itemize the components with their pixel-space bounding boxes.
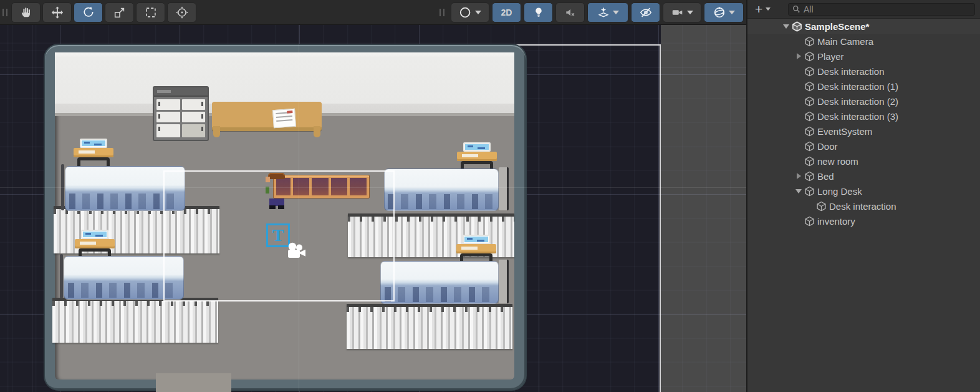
shading-mode-icon (459, 6, 473, 19)
wooden-bench-sprite[interactable] (212, 102, 322, 131)
expand-arrow[interactable] (794, 172, 803, 180)
gameobject-label: Desk interaction (817, 66, 885, 77)
create-button[interactable]: + (755, 2, 762, 16)
expand-arrow[interactable] (794, 52, 803, 61)
effects-button[interactable] (587, 2, 628, 22)
chevron-down-icon (613, 11, 619, 14)
scene-header-row[interactable]: SampleScene* (747, 19, 980, 34)
hierarchy-item[interactable]: Desk interaction (747, 64, 980, 79)
camera-gizmo-icon[interactable] (286, 242, 308, 263)
hierarchy-search-field[interactable]: All (788, 3, 975, 16)
scene-name-label: SampleScene* (805, 21, 869, 32)
gameobject-label: Desk interaction (829, 201, 896, 212)
gameobject-icon (804, 51, 815, 62)
gameobject-icon (804, 111, 815, 122)
search-placeholder: All (804, 4, 814, 14)
shading-mode-button[interactable] (451, 2, 489, 22)
search-icon (792, 4, 800, 15)
gameobject-icon (804, 96, 815, 107)
gameobject-label: Player (817, 51, 844, 62)
move-tool-button[interactable] (42, 2, 72, 22)
2d-toggle-button[interactable]: 2D (492, 2, 521, 22)
create-dropdown-caret[interactable] (766, 7, 771, 11)
camera-view-button[interactable] (663, 2, 701, 22)
curtain-sprite[interactable] (347, 304, 512, 349)
scene-toolbar: 2D (0, 0, 746, 25)
expand-arrow[interactable] (794, 37, 803, 46)
eye-slash-icon (639, 6, 653, 19)
gameobject-icon (804, 126, 815, 137)
expand-arrow[interactable] (806, 202, 815, 210)
2d-label: 2D (501, 7, 512, 17)
hierarchy-item[interactable]: Long Desk (747, 184, 980, 198)
scene-expand-arrow[interactable] (782, 22, 790, 31)
hierarchy-item[interactable]: inventory (747, 213, 980, 228)
gameobject-icon (804, 171, 815, 182)
hierarchy-item[interactable]: new room (747, 154, 980, 169)
gizmos-button[interactable] (704, 2, 744, 22)
hierarchy-tree: SampleScene* Main Camera Player Desk int… (747, 19, 980, 392)
expand-arrow[interactable] (794, 97, 803, 105)
gameobject-icon (804, 81, 815, 92)
hierarchy-item[interactable]: Desk interaction (2) (747, 94, 980, 109)
scale-tool-button[interactable] (105, 2, 134, 22)
gameobject-list: Main Camera Player Desk interaction Desk… (747, 34, 980, 228)
transform-tool-button[interactable] (167, 2, 196, 22)
gameobject-icon (804, 141, 815, 152)
transform-icon (175, 6, 189, 19)
bed-sprite[interactable] (384, 169, 499, 211)
expand-arrow[interactable] (794, 67, 803, 76)
hierarchy-toolbar: + All (747, 0, 980, 19)
expand-arrow[interactable] (794, 157, 803, 165)
hierarchy-panel: + All SampleScene* Main Camera Player (746, 0, 980, 392)
gameobject-icon (804, 186, 815, 197)
hierarchy-item[interactable]: Bed (747, 169, 980, 184)
expand-arrow[interactable] (794, 187, 803, 195)
hidden-objects-button[interactable] (631, 2, 660, 22)
hierarchy-item[interactable]: Player (747, 49, 980, 64)
hierarchy-item[interactable]: Desk interaction (3) (747, 109, 980, 124)
gameobject-label: Door (817, 141, 838, 152)
chevron-down-icon (475, 11, 481, 14)
rect-tool-button[interactable] (136, 2, 165, 22)
scene-viewport[interactable]: T (0, 25, 746, 392)
expand-arrow[interactable] (794, 142, 803, 150)
gameobject-label: Main Camera (817, 36, 873, 47)
gameobject-label: Long Desk (817, 186, 862, 197)
lightbulb-icon (532, 6, 545, 19)
hierarchy-item[interactable]: Main Camera (747, 34, 980, 49)
scene-lighting-button[interactable] (524, 2, 553, 22)
gameobject-icon (804, 36, 815, 47)
bed-sprite[interactable] (380, 261, 499, 304)
room-door-opening (156, 373, 231, 392)
gizmos-icon (713, 6, 726, 19)
gameobject-label: new room (817, 156, 858, 167)
options-drag-handle[interactable] (440, 9, 444, 16)
gameobject-label: Desk interaction (2) (817, 96, 898, 107)
expand-arrow[interactable] (794, 112, 803, 120)
hand-tool-button[interactable] (11, 2, 41, 22)
expand-arrow[interactable] (794, 82, 803, 91)
hierarchy-item[interactable]: Desk interaction (747, 198, 980, 213)
gameobject-label: Bed (817, 171, 834, 182)
effects-icon (597, 6, 610, 19)
audio-mute-button[interactable] (555, 2, 585, 22)
move-icon (50, 6, 64, 19)
gameobject-icon (816, 201, 827, 212)
hierarchy-item[interactable]: Desk interaction (1) (747, 79, 980, 94)
scale-icon (113, 6, 127, 19)
hierarchy-item[interactable]: Door (747, 139, 980, 154)
gameobject-label: Desk interaction (3) (817, 111, 898, 122)
expand-arrow[interactable] (794, 127, 803, 135)
expand-arrow[interactable] (794, 217, 803, 225)
rotate-tool-button[interactable] (74, 2, 103, 22)
toolbar-drag-handle[interactable] (2, 9, 7, 16)
speaker-muted-icon (564, 6, 577, 19)
scene-background-grey-area (661, 25, 746, 392)
gameobject-label: EventSystem (817, 126, 872, 137)
gameobject-icon (804, 216, 815, 227)
gameobject-icon (804, 66, 815, 77)
locker-cabinet-sprite[interactable] (153, 86, 209, 141)
curtain-sprite[interactable] (52, 298, 218, 343)
hierarchy-item[interactable]: EventSystem (747, 124, 980, 139)
